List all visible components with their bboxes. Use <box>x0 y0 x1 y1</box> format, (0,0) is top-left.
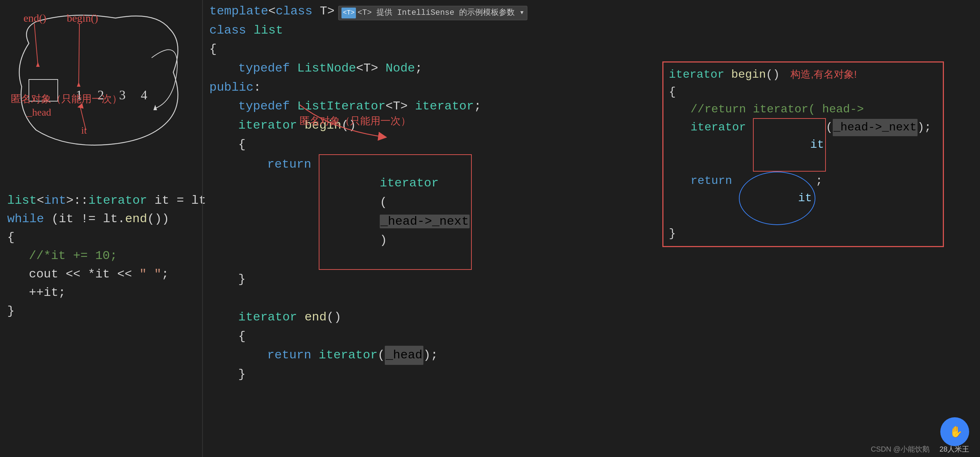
code-line-7: } <box>7 302 209 320</box>
svg-line-12 <box>79 24 80 85</box>
popup-named-object: iterator begin () 构造,有名对象! { //return it… <box>662 61 944 247</box>
named-obj-label: 构造,有名对象! <box>791 67 857 82</box>
svg-text:✋: ✋ <box>949 425 962 439</box>
code-line-6: ++it; <box>7 284 209 302</box>
hand-icon: ✋ <box>948 425 962 439</box>
popup-return-it: return it ; <box>669 172 937 225</box>
end-func-line: iterator end () <box>209 308 977 327</box>
begin-close-brace: } <box>209 270 977 289</box>
code-line-4: //*it += 10; <box>7 247 209 265</box>
brace-open: { <box>209 40 977 59</box>
help-button[interactable]: ✋ <box>940 417 969 446</box>
it-box: it <box>753 118 826 172</box>
footer-brand: CSDN @小能饮鹅 <box>871 444 929 454</box>
end-close-brace: } <box>209 365 977 384</box>
anon-obj-label: 匿名对象（只能用一次） <box>300 114 411 128</box>
intellisense-badge[interactable]: <T> <T> 提供 IntelliSense 的示例模板参数 ▾ <box>338 6 528 20</box>
code-type-list: list <box>7 192 37 210</box>
popup-comment: //return iterator( head-> <box>669 101 937 118</box>
left-panel: 1 2 3 4 _head it end() begin() <box>0 0 206 457</box>
popup-named-line: iterator it ( _head->_next ); <box>669 118 937 172</box>
template-line: template < class T> <T> <T> 提供 IntelliSe… <box>209 2 977 21</box>
svg-text:4: 4 <box>141 88 147 102</box>
diagram-svg: 1 2 3 4 _head it end() begin() <box>0 0 195 177</box>
it-circle: it <box>739 172 815 225</box>
anon-obj-annotation: 匿名对象（只能用一次） <box>11 92 122 106</box>
svg-text:begin(): begin() <box>67 12 98 24</box>
popup-close-brace: } <box>669 225 937 243</box>
code-line-5: cout << *it << " " ; <box>7 265 209 284</box>
empty-line <box>209 289 977 308</box>
svg-line-9 <box>34 24 38 65</box>
svg-text:end(): end() <box>24 12 46 24</box>
popup-brace: { <box>669 83 937 101</box>
svg-text:it: it <box>81 125 87 136</box>
popup-header: iterator begin () 构造,有名对象! <box>669 66 937 83</box>
end-brace: { <box>209 327 977 346</box>
svg-marker-13 <box>77 82 81 87</box>
class-line: class list <box>209 21 977 40</box>
code-line-2: while (it != lt. end ()) <box>7 210 209 228</box>
svg-text:_head: _head <box>27 107 51 118</box>
anon-iterator-box: iterator ( _head->_next ) <box>319 154 472 270</box>
svg-marker-10 <box>36 62 40 67</box>
panel-separator <box>202 0 203 457</box>
right-panel: template < class T> <T> <T> 提供 IntelliSe… <box>206 0 980 457</box>
code-line-3: { <box>7 228 209 247</box>
return-head-line: return iterator ( _head ); <box>209 346 977 365</box>
code-line-1: list < int >:: iterator it = lt. begin (… <box>7 192 209 210</box>
bottom-left-code: list < int >:: iterator it = lt. begin (… <box>7 192 209 320</box>
